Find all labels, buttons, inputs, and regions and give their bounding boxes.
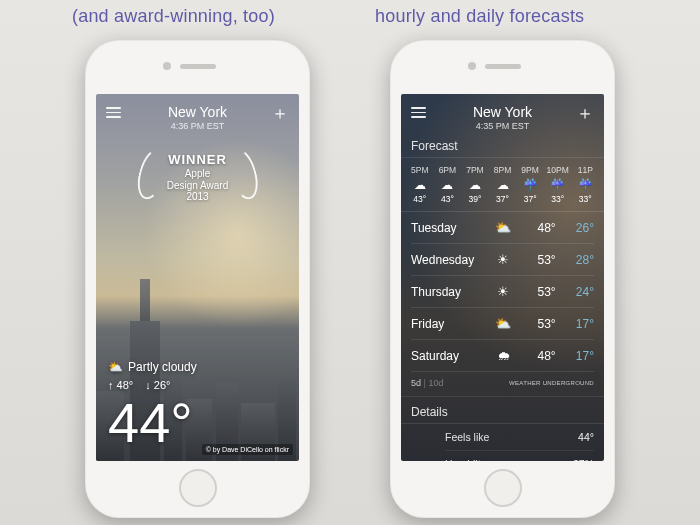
add-location-button[interactable]: ＋ — [576, 104, 594, 122]
phone-frame-right: New York 4:35 PM EST ＋ Forecast 5PM☁43°6… — [390, 40, 615, 518]
detail-value: 37% — [573, 458, 594, 461]
location-time: 4:35 PM EST — [429, 121, 576, 131]
detail-row: Humidity37% — [445, 451, 594, 461]
home-button[interactable] — [484, 469, 522, 507]
detail-label: Humidity — [445, 458, 573, 461]
location-block[interactable]: New York 4:35 PM EST — [429, 104, 576, 131]
home-button[interactable] — [179, 469, 217, 507]
hour-weather-icon: ☁ — [441, 178, 453, 192]
hour-weather-icon: ☔ — [523, 178, 538, 192]
day-low: 24° — [566, 285, 594, 299]
day-name: Thursday — [411, 285, 481, 299]
hour-temp: 33° — [572, 194, 598, 204]
hour-temp: 37° — [517, 194, 543, 204]
hourly-cell[interactable]: 5PM☁43° — [407, 165, 433, 204]
detail-label: Feels like — [445, 431, 578, 443]
high-temp: ↑ 48° — [108, 379, 133, 391]
hourly-cell[interactable]: 7PM☁39° — [462, 165, 488, 204]
caption-right: hourly and daily forecasts — [375, 6, 584, 27]
day-low: 28° — [566, 253, 594, 267]
award-year: 2013 — [167, 191, 229, 202]
day-weather-icon: ☀ — [491, 252, 515, 267]
day-low: 17° — [566, 349, 594, 363]
detail-value: 44° — [578, 431, 594, 443]
daily-row[interactable]: Thursday☀53°24° — [411, 276, 594, 308]
day-weather-icon: ⛅ — [491, 316, 515, 331]
day-name: Friday — [411, 317, 481, 331]
phone-camera — [468, 62, 476, 70]
hamburger-icon — [411, 104, 426, 118]
hour-time: 11P — [572, 165, 598, 175]
range-5d-button[interactable]: 5d — [411, 378, 421, 388]
day-high: 53° — [526, 253, 556, 267]
hour-time: 5PM — [407, 165, 433, 175]
current-temp: 44° — [108, 395, 197, 451]
day-low: 26° — [566, 221, 594, 235]
forecast-header: Forecast — [401, 131, 604, 158]
hour-weather-icon: ☔ — [550, 178, 565, 192]
add-location-button[interactable]: ＋ — [271, 104, 289, 122]
day-high: 53° — [526, 285, 556, 299]
hour-time: 9PM — [517, 165, 543, 175]
hour-temp: 39° — [462, 194, 488, 204]
hour-time: 10PM — [545, 165, 571, 175]
day-low: 17° — [566, 317, 594, 331]
phone-speaker — [180, 64, 216, 69]
hour-time: 8PM — [490, 165, 516, 175]
condition-text: Partly cloudy — [128, 360, 197, 374]
hour-temp: 37° — [490, 194, 516, 204]
location-time: 4:36 PM EST — [124, 121, 271, 131]
photo-credit: © by Dave DiCello on flickr — [202, 444, 293, 455]
daily-forecast-list[interactable]: Tuesday⛅48°26°Wednesday☀53°28°Thursday☀5… — [401, 212, 604, 372]
laurel-left-icon — [132, 145, 171, 202]
daily-row[interactable]: Saturday🌧48°17° — [411, 340, 594, 372]
hourly-cell[interactable]: 6PM☁43° — [435, 165, 461, 204]
award-title: WINNER — [167, 152, 229, 167]
low-temp: ↓ 26° — [145, 379, 170, 391]
award-sub1: Apple — [167, 168, 229, 179]
day-high: 48° — [526, 221, 556, 235]
hourly-cell[interactable]: 9PM☔37° — [517, 165, 543, 204]
detail-row: Feels like44° — [445, 424, 594, 451]
award-badge: WINNER Apple Design Award 2013 — [167, 152, 229, 202]
day-high: 48° — [526, 349, 556, 363]
hourly-cell[interactable]: 11P☔33° — [572, 165, 598, 204]
day-high: 53° — [526, 317, 556, 331]
phone-frame-left: New York 4:36 PM EST ＋ WINNER Apple Desi… — [85, 40, 310, 518]
hour-time: 7PM — [462, 165, 488, 175]
partly-cloudy-icon: ⛅ — [108, 360, 123, 374]
day-weather-icon: ⛅ — [491, 220, 515, 235]
day-weather-icon: 🌧 — [491, 348, 515, 363]
hour-weather-icon: ☁ — [469, 178, 481, 192]
location-name: New York — [124, 104, 271, 120]
range-10d-button[interactable]: 10d — [428, 378, 443, 388]
range-toggle-row: 5d | 10d WEATHER UNDERGROUND — [401, 372, 604, 397]
day-name: Saturday — [411, 349, 481, 363]
daily-row[interactable]: Wednesday☀53°28° — [411, 244, 594, 276]
hourly-cell[interactable]: 10PM☔33° — [545, 165, 571, 204]
plus-icon: ＋ — [576, 103, 594, 123]
daily-row[interactable]: Friday⛅53°17° — [411, 308, 594, 340]
location-block[interactable]: New York 4:36 PM EST — [124, 104, 271, 131]
laurel-right-icon — [224, 145, 263, 202]
day-name: Wednesday — [411, 253, 481, 267]
details-panel[interactable]: ⛅ Feels like44°Humidity37%Visibility10 m… — [401, 424, 604, 461]
hourly-cell[interactable]: 8PM☁37° — [490, 165, 516, 204]
caption-left: (and award-winning, too) — [72, 6, 275, 27]
hour-time: 6PM — [435, 165, 461, 175]
hour-temp: 33° — [545, 194, 571, 204]
current-conditions[interactable]: ⛅ Partly cloudy ↑ 48° ↓ 26° 44° — [108, 360, 197, 451]
menu-button[interactable] — [106, 104, 124, 118]
hour-weather-icon: ☔ — [578, 178, 593, 192]
menu-button[interactable] — [411, 104, 429, 118]
hamburger-icon — [106, 104, 121, 118]
hour-temp: 43° — [435, 194, 461, 204]
hour-weather-icon: ☁ — [414, 178, 426, 192]
phone-camera — [163, 62, 171, 70]
phone-speaker — [485, 64, 521, 69]
attribution-logo: WEATHER UNDERGROUND — [509, 380, 594, 386]
daily-row[interactable]: Tuesday⛅48°26° — [411, 212, 594, 244]
hourly-scroller[interactable]: 5PM☁43°6PM☁43°7PM☁39°8PM☁37°9PM☔37°10PM☔… — [401, 158, 604, 212]
details-header: Details — [401, 397, 604, 424]
screen-main: New York 4:36 PM EST ＋ WINNER Apple Desi… — [96, 94, 299, 461]
